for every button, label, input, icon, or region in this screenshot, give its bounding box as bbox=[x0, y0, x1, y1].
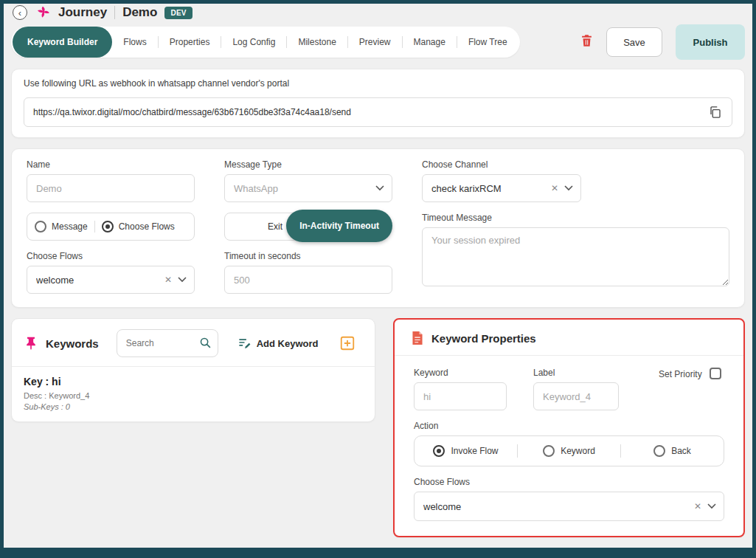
keyword-fields-row: Keyword Label Set Priority bbox=[414, 368, 724, 410]
timeout-segment: Exit In-Activity Timeout bbox=[224, 213, 392, 241]
toolbar-actions: Save Publish bbox=[580, 24, 745, 60]
tab-manage[interactable]: Manage bbox=[403, 37, 457, 47]
header-divider bbox=[114, 6, 115, 19]
keyword-properties-title: Keyword Properties bbox=[431, 332, 536, 345]
name-label: Name bbox=[27, 159, 195, 170]
trash-icon bbox=[580, 33, 593, 48]
keywords-title: Keywords bbox=[46, 337, 99, 350]
label-input[interactable] bbox=[533, 382, 619, 410]
journey-settings-card: Name Message Type WhatsApp Choose Channe… bbox=[11, 148, 745, 308]
choose-channel-value: check karixRCM bbox=[431, 183, 545, 194]
webhook-url-wrap bbox=[24, 97, 732, 127]
tab-flows[interactable]: Flows bbox=[112, 37, 157, 47]
message-type-label: Message Type bbox=[224, 159, 392, 170]
radio-keyword[interactable] bbox=[543, 445, 555, 457]
env-badge: DEV bbox=[164, 7, 192, 19]
app-frame: ‹ Journey Demo DEV Keyword Builder Flows… bbox=[0, 0, 756, 558]
radio-message-label: Message bbox=[52, 221, 88, 232]
keyword-properties-card: Keyword Properties Keyword Label bbox=[393, 318, 745, 537]
action-section: Action Invoke Flow Keyword bbox=[414, 421, 724, 466]
message-type-select[interactable]: WhatsApp bbox=[224, 174, 392, 202]
tab-preview[interactable]: Preview bbox=[348, 37, 402, 47]
choose-flows-select[interactable]: welcome ✕ bbox=[27, 266, 195, 294]
chevron-down-icon bbox=[564, 185, 573, 191]
name-input[interactable] bbox=[27, 174, 195, 202]
set-priority-field: Set Priority bbox=[659, 368, 721, 379]
radio-choose-flows-label: Choose Flows bbox=[119, 221, 175, 232]
choose-channel-field: Choose Channel check karixRCM ✕ bbox=[422, 159, 729, 202]
delete-journey-button[interactable] bbox=[580, 33, 593, 51]
keyword-properties-doc-icon bbox=[411, 331, 424, 345]
choose-flows-field: Choose Flows welcome ✕ bbox=[27, 251, 195, 294]
radio-back[interactable] bbox=[653, 445, 665, 457]
keyword-subkeys: Sub-Keys : 0 bbox=[24, 402, 363, 411]
choose-channel-select[interactable]: check karixRCM ✕ bbox=[422, 174, 581, 202]
action-invoke-flow[interactable]: Invoke Flow bbox=[415, 445, 517, 457]
clear-channel-icon[interactable]: ✕ bbox=[551, 184, 558, 193]
action-radio-group: Invoke Flow Keyword Back bbox=[414, 435, 724, 466]
tab-log-config[interactable]: Log Config bbox=[221, 37, 286, 47]
label-label: Label bbox=[533, 368, 619, 378]
back-button[interactable]: ‹ bbox=[13, 5, 27, 20]
action-back[interactable]: Back bbox=[621, 445, 724, 457]
keyword-properties-header: Keyword Properties bbox=[395, 320, 743, 355]
name-field: Name bbox=[27, 159, 195, 202]
publish-button[interactable]: Publish bbox=[676, 24, 745, 60]
app-title: Journey bbox=[58, 5, 107, 20]
tab-properties[interactable]: Properties bbox=[159, 37, 221, 47]
mode-divider bbox=[94, 221, 95, 232]
clear-flow-icon[interactable]: ✕ bbox=[164, 275, 172, 284]
keyword-input[interactable] bbox=[414, 382, 507, 410]
search-icon[interactable] bbox=[199, 337, 212, 349]
action-back-label: Back bbox=[671, 446, 691, 456]
timeout-message-field: Timeout Message bbox=[422, 213, 729, 294]
keywords-pin-icon bbox=[24, 336, 38, 351]
grid-plus-icon bbox=[339, 335, 356, 351]
timeout-seconds-label: Timeout in seconds bbox=[224, 251, 392, 261]
reply-mode-group: Message Choose Flows bbox=[27, 213, 195, 241]
tab-keyword-builder[interactable]: Keyword Builder bbox=[13, 27, 112, 58]
webhook-card: Use following URL as webhook in whatsapp… bbox=[11, 69, 745, 138]
action-keyword[interactable]: Keyword bbox=[518, 445, 620, 457]
journey-name: Demo bbox=[122, 5, 157, 20]
timeout-message-label: Timeout Message bbox=[422, 213, 729, 223]
webhook-url-input[interactable] bbox=[24, 97, 732, 127]
keyword-list-item[interactable]: Key : hi Desc : Keyword_4 Sub-Keys : 0 bbox=[24, 367, 363, 411]
add-keyword-label: Add Keyword bbox=[257, 338, 319, 349]
bulk-add-keywords-button[interactable] bbox=[339, 335, 356, 351]
tab-flow-tree[interactable]: Flow Tree bbox=[457, 37, 519, 47]
props-choose-flows-value: welcome bbox=[423, 501, 688, 512]
chevron-down-icon bbox=[707, 503, 716, 509]
props-choose-flows-select[interactable]: welcome ✕ bbox=[414, 492, 724, 521]
tab-row: Keyword Builder Flows Properties Log Con… bbox=[11, 24, 745, 60]
timeout-message-input[interactable] bbox=[422, 227, 729, 286]
radio-invoke-flow[interactable] bbox=[433, 445, 445, 457]
keyword-properties-body: Keyword Label Set Priority bbox=[395, 356, 743, 536]
set-priority-checkbox[interactable] bbox=[710, 368, 721, 379]
page: ‹ Journey Demo DEV Keyword Builder Flows… bbox=[4, 4, 752, 537]
add-keyword-icon bbox=[237, 337, 252, 351]
reply-mode-pill: Message Choose Flows bbox=[27, 213, 195, 241]
timeout-seconds-input[interactable] bbox=[224, 266, 392, 294]
label-field: Label bbox=[533, 368, 619, 410]
props-choose-flows-label: Choose Flows bbox=[414, 477, 724, 487]
radio-choose-flows[interactable] bbox=[102, 221, 114, 232]
tab-bar: Keyword Builder Flows Properties Log Con… bbox=[11, 27, 520, 58]
message-type-value: WhatsApp bbox=[234, 183, 370, 194]
keyword-key: Key : hi bbox=[24, 376, 363, 388]
props-choose-flows-field: Choose Flows welcome ✕ bbox=[414, 477, 724, 521]
set-priority-label: Set Priority bbox=[659, 369, 702, 379]
radio-message[interactable] bbox=[35, 221, 46, 232]
save-button[interactable]: Save bbox=[606, 27, 662, 57]
timeout-seconds-field: Timeout in seconds bbox=[224, 251, 392, 294]
copy-url-button[interactable] bbox=[709, 105, 724, 120]
clear-props-flow-icon[interactable]: ✕ bbox=[694, 502, 701, 511]
back-arrow-icon: ‹ bbox=[18, 8, 21, 18]
add-keyword-button[interactable]: Add Keyword bbox=[237, 337, 319, 351]
timeout-toggle-group: Exit In-Activity Timeout bbox=[224, 213, 392, 241]
bottom-row: Keywords Add Keyword bbox=[11, 318, 745, 537]
inactivity-timeout-toggle-button[interactable]: In-Activity Timeout bbox=[286, 210, 392, 242]
tab-milestone[interactable]: Milestone bbox=[287, 37, 347, 47]
action-invoke-flow-label: Invoke Flow bbox=[451, 446, 498, 456]
action-keyword-label: Keyword bbox=[561, 446, 595, 456]
